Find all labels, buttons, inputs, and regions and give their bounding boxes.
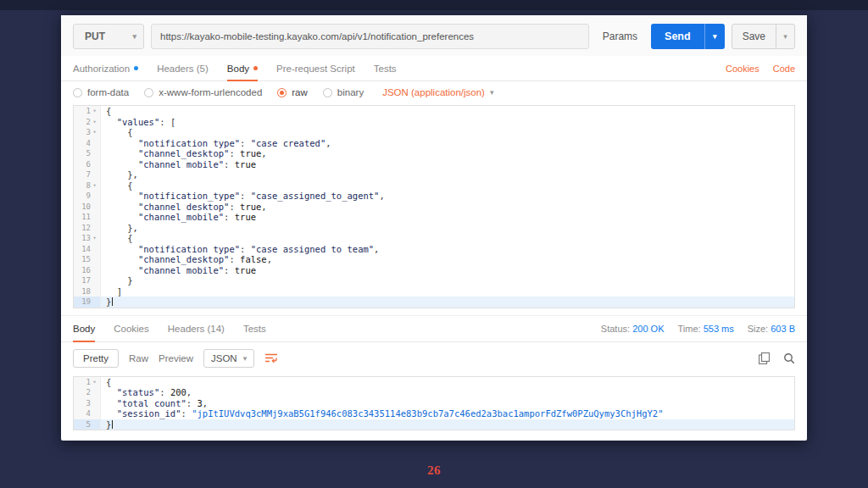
- line-number: 12: [74, 223, 101, 234]
- line-number: 19: [74, 297, 101, 308]
- fold-arrow-icon[interactable]: ▾: [91, 180, 98, 191]
- line-number: 9: [74, 191, 101, 202]
- tab-label: Headers (14): [168, 324, 225, 334]
- code-line: 1▾{: [74, 377, 794, 388]
- tab-authorization[interactable]: Authorization: [73, 56, 138, 80]
- radio-icon: [73, 88, 82, 97]
- auth-configured-dot: [134, 66, 138, 70]
- line-number: 2▾: [74, 117, 101, 128]
- time-value: 553 ms: [704, 324, 734, 334]
- cookies-link[interactable]: Cookies: [726, 64, 760, 74]
- response-tab-headers[interactable]: Headers (14): [168, 316, 225, 341]
- code-line: 10 "channel_desktop": true,: [74, 202, 794, 213]
- text-cursor: [112, 297, 113, 306]
- code-line: 12 },: [74, 223, 794, 234]
- tab-label: Pre-request Script: [276, 64, 355, 74]
- line-number: 2: [74, 387, 101, 398]
- url-input[interactable]: [151, 24, 589, 49]
- line-number: 16: [74, 265, 101, 276]
- radio-binary[interactable]: binary: [323, 87, 364, 97]
- method-label: PUT: [85, 30, 105, 42]
- line-number: 14: [74, 244, 101, 255]
- line-number: 15: [74, 254, 101, 265]
- send-dropdown-button[interactable]: ▾: [704, 24, 725, 49]
- size-label: Size:: [748, 324, 768, 334]
- pretty-button[interactable]: Pretty: [73, 349, 119, 368]
- tab-headers[interactable]: Headers (5): [157, 56, 209, 80]
- radio-raw[interactable]: raw: [277, 87, 308, 97]
- postman-window: PUT ▾ Params Send ▾ Save ▾ Authorization…: [61, 15, 807, 441]
- radio-label: form-data: [87, 87, 129, 97]
- line-number: 13▾: [74, 233, 101, 244]
- body-filled-dot: [253, 66, 258, 70]
- chevron-down-icon: ▾: [713, 32, 717, 41]
- params-button[interactable]: Params: [596, 30, 644, 42]
- fold-arrow-icon[interactable]: ▾: [91, 127, 98, 138]
- content-type-select[interactable]: JSON (application/json) ▾: [382, 87, 493, 97]
- search-icon: [783, 352, 795, 364]
- radio-x-www-form-urlencoded[interactable]: x-www-form-urlencoded: [144, 87, 262, 97]
- save-dropdown-button[interactable]: ▾: [776, 25, 794, 48]
- code-line: 17 }: [74, 275, 794, 286]
- tab-label: Headers (5): [157, 64, 209, 74]
- line-number: 3: [74, 398, 101, 409]
- radio-form-data[interactable]: form-data: [73, 87, 129, 97]
- response-tabs: Body Cookies Headers (14) Tests Status: …: [61, 315, 807, 342]
- request-body-editor[interactable]: 1▾{2▾ "values": [3▾ {4 "notification_typ…: [73, 105, 795, 308]
- line-number: 18: [74, 286, 101, 297]
- send-label: Send: [651, 24, 704, 49]
- tab-body[interactable]: Body: [227, 56, 258, 80]
- line-number: 10: [74, 202, 101, 213]
- code-line: 16 "channel_mobile": true: [74, 265, 794, 276]
- send-button[interactable]: Send ▾: [651, 24, 725, 49]
- response-format-select[interactable]: JSON ▾: [203, 349, 254, 368]
- status-label: Status:: [601, 324, 630, 334]
- line-number: 17: [74, 275, 101, 286]
- fold-arrow-icon[interactable]: ▾: [91, 106, 98, 117]
- response-tab-cookies[interactable]: Cookies: [114, 316, 149, 341]
- code-line: 13▾ {: [74, 233, 794, 244]
- preview-button[interactable]: Preview: [159, 353, 193, 363]
- search-button[interactable]: [783, 352, 795, 364]
- radio-label: x-www-form-urlencoded: [159, 87, 262, 97]
- line-number: 4: [74, 138, 101, 149]
- wrap-text-icon: [264, 352, 278, 363]
- fold-arrow-icon[interactable]: ▾: [91, 377, 98, 388]
- status-badge: 200 OK: [632, 324, 664, 334]
- tab-label: Authorization: [73, 64, 130, 74]
- line-number: 11: [74, 212, 101, 223]
- time-field: Time: 553 ms: [677, 324, 733, 334]
- response-body-editor[interactable]: 1▾{2 "status": 200,3 "total_count": 3,4 …: [73, 376, 795, 431]
- line-number: 3▾: [74, 127, 101, 138]
- response-tab-body[interactable]: Body: [73, 316, 95, 341]
- radio-icon: [277, 88, 287, 97]
- code-line: 4 "notification_type": "case_created",: [74, 138, 794, 149]
- tab-tests[interactable]: Tests: [374, 56, 397, 80]
- code-line: 2▾ "values": [: [74, 117, 794, 128]
- line-number: 4: [74, 408, 101, 419]
- code-link[interactable]: Code: [773, 64, 795, 74]
- code-line: 11 "channel_mobile": true: [74, 212, 794, 223]
- code-line: 5 "channel_desktop": true,: [74, 148, 794, 159]
- save-button[interactable]: Save ▾: [732, 24, 795, 49]
- fold-arrow-icon[interactable]: ▾: [91, 233, 98, 244]
- code-line: 18 ]: [74, 286, 794, 297]
- code-line: 8▾ {: [74, 180, 794, 191]
- response-tab-tests[interactable]: Tests: [243, 316, 266, 341]
- raw-button[interactable]: Raw: [129, 353, 148, 363]
- time-label: Time:: [677, 324, 700, 334]
- code-line: 19}: [74, 297, 794, 308]
- tab-pre-request-script[interactable]: Pre-request Script: [276, 56, 355, 80]
- response-tool-icons: [759, 352, 795, 364]
- line-number: 5: [74, 148, 101, 159]
- status-field: Status: 200 OK: [601, 324, 665, 334]
- method-select[interactable]: PUT ▾: [73, 24, 144, 49]
- code-line: 14 "notification_type": "case_assigned_t…: [74, 244, 794, 255]
- code-line: 2 "status": 200,: [74, 387, 794, 398]
- wrap-text-button[interactable]: [264, 352, 278, 363]
- line-number: 1▾: [74, 106, 101, 117]
- code-line: 4 "session_id": "jpItIUVdvq3cMMj9xaB5G1f…: [74, 408, 794, 419]
- size-value: 603 B: [771, 324, 795, 334]
- fold-arrow-icon[interactable]: ▾: [91, 117, 98, 128]
- copy-button[interactable]: [759, 352, 770, 364]
